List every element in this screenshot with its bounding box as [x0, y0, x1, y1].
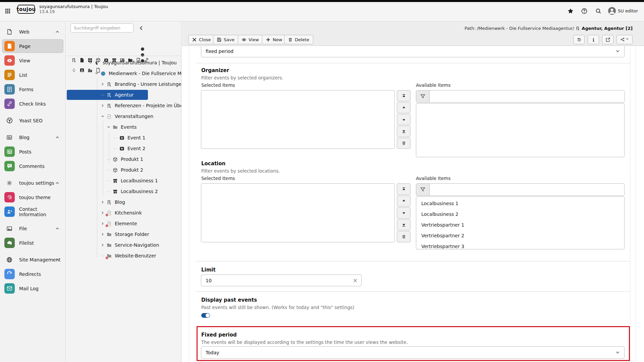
- move-to-top-button[interactable]: [397, 183, 411, 195]
- location-filter-input[interactable]: [430, 184, 624, 195]
- view-button[interactable]: View: [238, 35, 263, 44]
- move-down-button[interactable]: [397, 207, 411, 219]
- tree-item-produkt-2[interactable]: Produkt 2: [66, 165, 181, 175]
- chevron-right-icon[interactable]: [100, 210, 105, 216]
- open-page-button[interactable]: [602, 35, 613, 44]
- sidebar-group-web[interactable]: Web: [0, 24, 65, 39]
- bookmark-star-icon[interactable]: [568, 8, 574, 14]
- chevron-down-icon[interactable]: [100, 114, 105, 119]
- recurrence-select[interactable]: fixed period: [201, 46, 625, 57]
- tree-item-soyagunsarufutsumura-toujou[interactable]: soyagunsarufutsumura | Toujou: [66, 57, 181, 68]
- sidebar-group-file[interactable]: File: [0, 221, 65, 236]
- organizer-selected-list[interactable]: [201, 90, 395, 149]
- remove-button[interactable]: [397, 138, 411, 149]
- location-selected-list[interactable]: [201, 183, 395, 242]
- tree-item-referenzen-projekte-im-be-[interactable]: Referenzen - Projekte im Übe...: [66, 100, 181, 111]
- sidebar-item-forms[interactable]: Forms: [0, 82, 65, 97]
- module-grid-icon[interactable]: [5, 9, 10, 13]
- tree-item-event-1[interactable]: Event 1: [66, 132, 181, 143]
- tree-item-branding-unsere-leistungen[interactable]: Branding - Unsere Leistungen: [66, 79, 181, 89]
- sidebar-item-posts[interactable]: Posts: [0, 144, 65, 159]
- clear-icon[interactable]: [353, 279, 357, 283]
- limit-input[interactable]: 10: [201, 275, 362, 286]
- tree-item-kitchensink[interactable]: Kitchensink: [66, 207, 181, 218]
- location-selected-label: Selected Items: [201, 176, 235, 181]
- sidebar-item-view[interactable]: View: [0, 53, 65, 68]
- typo3-icon: [95, 60, 100, 65]
- list-item[interactable]: Vertriebspartner 1: [416, 220, 624, 230]
- sidebar-group-toujou-settings[interactable]: toujou settings: [0, 176, 65, 190]
- tree-search-input[interactable]: [70, 23, 133, 33]
- chevron-down-icon[interactable]: [88, 60, 93, 65]
- collapse-tree-icon[interactable]: [139, 25, 144, 31]
- sidebar-item-toujou-theme[interactable]: toujou theme: [0, 190, 65, 204]
- move-to-top-button[interactable]: [397, 90, 411, 101]
- list-item[interactable]: Vertriebspartner 2: [416, 230, 624, 241]
- tree-item-storage-folder[interactable]: Storage Folder: [66, 229, 181, 240]
- sidebar-item-page[interactable]: Page: [0, 39, 65, 53]
- move-up-button[interactable]: [397, 102, 411, 113]
- organizer-filter-input[interactable]: [430, 90, 624, 102]
- sidebar-item-contact-information[interactable]: Contact Information: [0, 204, 65, 219]
- sidebar-item-filelist[interactable]: Filelist: [0, 236, 65, 250]
- chevron-right-icon[interactable]: [100, 81, 105, 87]
- sidebar-item-check-links[interactable]: Check links: [0, 97, 65, 111]
- tree-item-service-navigation[interactable]: Service-Navigation: [66, 240, 181, 250]
- sidebar-group-site-management[interactable]: Site Management: [0, 252, 65, 267]
- display-past-toggle[interactable]: [201, 313, 210, 318]
- tree-item-medienwerk-die-fullservice-me-[interactable]: Medienwerk - Die Fullservice Me...: [66, 68, 181, 79]
- tree-item-localbusiness-2[interactable]: Localbusiness 2: [66, 186, 181, 197]
- save-button[interactable]: Save: [213, 35, 238, 44]
- list-item[interactable]: Localbusiness 2: [416, 209, 624, 220]
- tree-item-produkt-1[interactable]: Produkt 1: [66, 154, 181, 165]
- remove-button[interactable]: [397, 231, 411, 242]
- help-icon[interactable]: [581, 8, 587, 14]
- info-button[interactable]: [588, 35, 599, 44]
- move-to-bottom-button[interactable]: [397, 219, 411, 231]
- move-up-button[interactable]: [397, 195, 411, 207]
- tree-item-label: Medienwerk - Die Fullservice Me...: [109, 71, 181, 76]
- tree-item-localbusiness-1[interactable]: Localbusiness 1: [66, 175, 181, 186]
- sidebar-item-yoast-seo[interactable]: Yoast SEO: [0, 113, 65, 128]
- history-button[interactable]: [573, 35, 585, 44]
- tree-item-event-2[interactable]: Event 2: [66, 143, 181, 154]
- share-button[interactable]: [616, 35, 633, 44]
- chevron-right-icon[interactable]: [100, 242, 105, 248]
- chevron-down-icon[interactable]: [106, 124, 111, 130]
- chevron-down-icon[interactable]: [94, 71, 99, 76]
- fixed-period-title: Fixed period: [201, 332, 237, 338]
- avatar[interactable]: [608, 7, 616, 15]
- organizer-available-list[interactable]: [416, 103, 625, 157]
- sidebar-item-list[interactable]: List: [0, 68, 65, 82]
- chevron-right-icon[interactable]: [100, 221, 105, 226]
- search-icon[interactable]: [595, 8, 601, 14]
- username[interactable]: SU editor: [618, 8, 638, 13]
- chevron-right-icon[interactable]: [100, 103, 105, 108]
- new-button[interactable]: New: [262, 35, 286, 44]
- toujou-logo[interactable]: toujou: [17, 5, 35, 14]
- tree-item-veranstaltungen[interactable]: Veranstaltungen: [66, 111, 181, 122]
- tree-toolbar-more-icon[interactable]: [140, 46, 145, 51]
- tree-divider: [66, 56, 181, 56]
- fixed-period-select[interactable]: Today: [201, 346, 625, 359]
- tree-item-blog[interactable]: Blog: [66, 197, 181, 207]
- chevron-right-icon[interactable]: [100, 232, 105, 237]
- sidebar-item-comments[interactable]: Comments: [0, 159, 65, 173]
- move-to-bottom-button[interactable]: [397, 126, 411, 137]
- delete-button[interactable]: Delete: [284, 35, 313, 44]
- list-item[interactable]: Localbusiness 1: [416, 198, 624, 209]
- sidebar-item-label: Yoast SEO: [19, 118, 43, 123]
- close-button[interactable]: Close: [188, 35, 215, 44]
- list-item[interactable]: Vertriebspartner 3: [416, 241, 624, 252]
- contactW-icon: [4, 206, 15, 217]
- sidebar-item-redirects[interactable]: Redirects: [0, 267, 65, 281]
- sidebar-item-mail-log[interactable]: Mail Log: [0, 281, 65, 296]
- cube-icon: [113, 157, 118, 162]
- tree-item-events[interactable]: Events: [66, 122, 181, 132]
- chevron-right-icon[interactable]: [100, 199, 105, 205]
- sidebar-group-blog[interactable]: Blog: [0, 130, 65, 144]
- move-down-button[interactable]: [397, 114, 411, 125]
- tree-item-agentur[interactable]: Agentur: [66, 89, 181, 100]
- tree-item-website-benutzer[interactable]: Website-Benutzer: [66, 250, 181, 261]
- tree-item-elemente[interactable]: Elemente: [66, 218, 181, 229]
